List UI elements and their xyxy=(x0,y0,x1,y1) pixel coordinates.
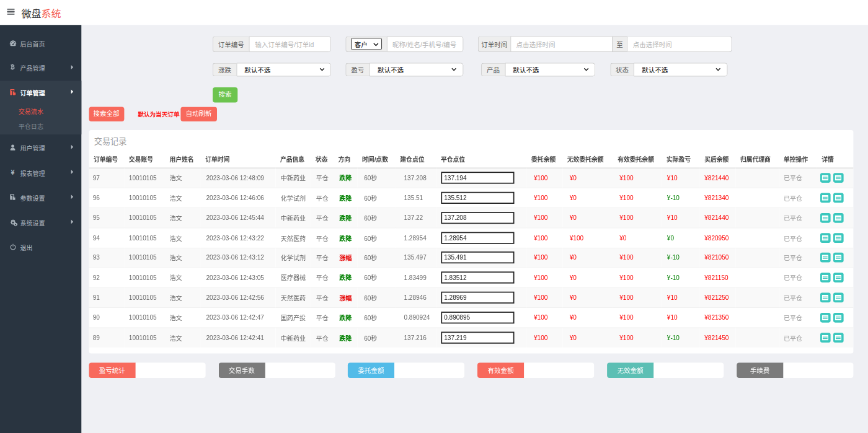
svg-text:¥: ¥ xyxy=(11,168,15,176)
